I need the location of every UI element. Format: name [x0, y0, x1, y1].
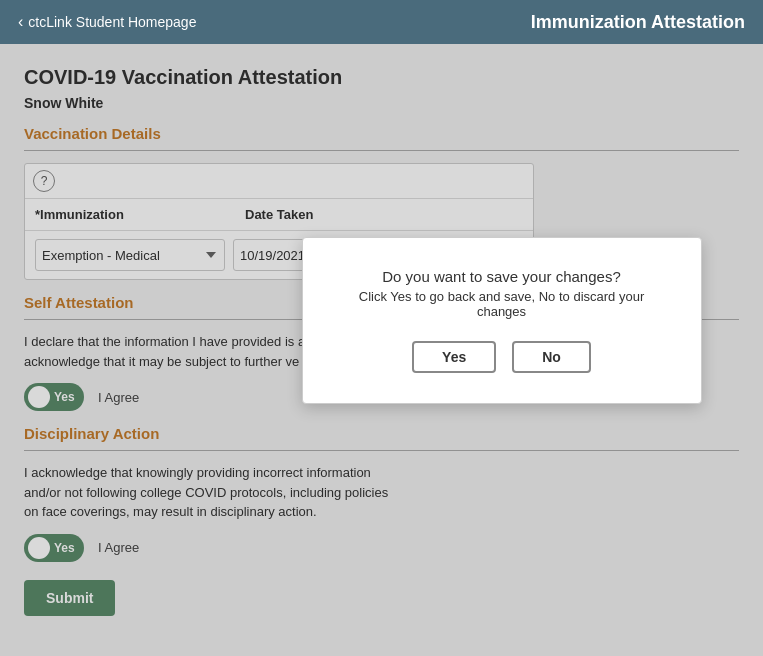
header-title: Immunization Attestation: [531, 12, 745, 33]
modal-message-2: Click Yes to go back and save, No to dis…: [339, 289, 665, 319]
back-navigation[interactable]: ‹ ctcLink Student Homepage: [18, 13, 196, 31]
back-label: ctcLink Student Homepage: [28, 14, 196, 30]
main-content: COVID-19 Vaccination Attestation Snow Wh…: [0, 44, 763, 656]
modal-no-button[interactable]: No: [512, 341, 591, 373]
save-changes-dialog: Do you want to save your changes? Click …: [302, 237, 702, 404]
modal-yes-button[interactable]: Yes: [412, 341, 496, 373]
modal-message-1: Do you want to save your changes?: [339, 268, 665, 285]
modal-overlay: Do you want to save your changes? Click …: [0, 44, 763, 656]
app-header: ‹ ctcLink Student Homepage Immunization …: [0, 0, 763, 44]
modal-buttons: Yes No: [339, 341, 665, 373]
back-arrow-icon: ‹: [18, 13, 23, 31]
